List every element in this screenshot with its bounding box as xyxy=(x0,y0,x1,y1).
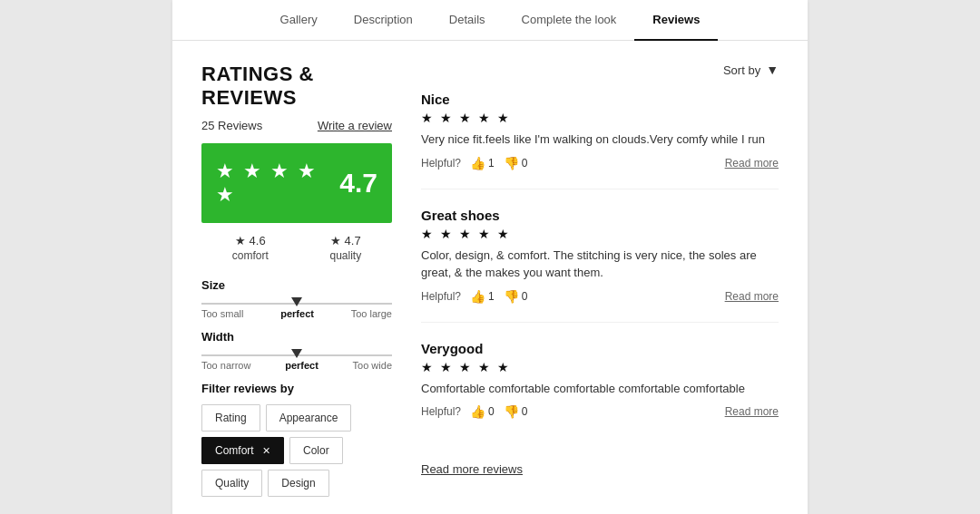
review-stars-1: ★ ★ ★ ★ ★ xyxy=(421,111,779,125)
review-count-row: 25 Reviews Write a review xyxy=(201,119,392,132)
thumbs-up-2[interactable]: 👍 1 xyxy=(470,289,495,304)
quality-label: quality xyxy=(329,249,361,262)
thumbs-down-3[interactable]: 👎 0 xyxy=(504,404,528,419)
thumbs-up-icon-1: 👍 xyxy=(470,156,485,170)
width-slider-labels: Too narrow perfect Too wide xyxy=(201,360,392,371)
right-panel: Sort by ▼ Nice ★ ★ ★ ★ ★ Very nice fit.f… xyxy=(421,63,779,497)
filter-color[interactable]: Color xyxy=(289,437,343,464)
rating-number-big: 4.7 xyxy=(339,168,377,199)
sort-label: Sort by xyxy=(723,63,760,77)
filter-comfort-label: Comfort xyxy=(215,444,254,457)
thumbs-up-icon-2: 👍 xyxy=(470,289,485,304)
thumbs-down-icon-1: 👎 xyxy=(504,156,519,170)
helpful-row-3: Helpful? 👍 0 👎 0 Read more xyxy=(421,404,779,419)
width-perfect: perfect xyxy=(285,360,318,371)
nav-description[interactable]: Description xyxy=(336,0,431,41)
helpful-label-1: Helpful? xyxy=(421,157,461,170)
width-too-narrow: Too narrow xyxy=(201,360,250,371)
size-slider-section: Size Too small perfect Too large xyxy=(201,278,392,319)
width-track-container xyxy=(201,354,392,356)
thumbs-up-count-3: 0 xyxy=(488,405,495,418)
read-more-3[interactable]: Read more xyxy=(725,405,779,418)
rating-box: ★ ★ ★ ★ ★ 4.7 xyxy=(201,143,392,223)
left-panel: RATINGS & REVIEWS 25 Reviews Write a rev… xyxy=(201,63,392,497)
comfort-label: comfort xyxy=(232,249,269,262)
ratings-title: RATINGS & REVIEWS xyxy=(201,63,392,110)
filter-title: Filter reviews by xyxy=(201,382,392,395)
review-count: 25 Reviews xyxy=(201,119,262,132)
write-review-link[interactable]: Write a review xyxy=(318,119,392,132)
thumbs-down-count-3: 0 xyxy=(522,405,528,418)
thumbs-down-icon-2: 👎 xyxy=(504,289,519,304)
helpful-left-3: Helpful? 👍 0 👎 0 xyxy=(421,404,527,419)
review-title-2: Great shoes xyxy=(421,208,779,223)
size-too-small: Too small xyxy=(201,308,243,319)
width-slider-section: Width Too narrow perfect Too wide xyxy=(201,330,392,371)
review-text-1: Very nice fit.feels like I'm walking on … xyxy=(421,131,779,149)
filter-section: Filter reviews by Rating Appearance Comf… xyxy=(201,382,392,497)
thumbs-up-3[interactable]: 👍 0 xyxy=(470,404,495,419)
review-stars-2: ★ ★ ★ ★ ★ xyxy=(421,227,779,241)
width-label: Width xyxy=(201,330,392,344)
size-track-container xyxy=(201,303,392,305)
helpful-row-2: Helpful? 👍 1 👎 0 Read more xyxy=(421,289,779,304)
thumbs-down-count-2: 0 xyxy=(522,290,528,303)
size-thumb xyxy=(291,297,302,306)
size-track xyxy=(201,303,392,305)
thumbs-down-1[interactable]: 👎 0 xyxy=(504,156,528,170)
filter-quality[interactable]: Quality xyxy=(201,470,262,497)
review-item-3: Verygood ★ ★ ★ ★ ★ Comfortable comfortab… xyxy=(421,341,779,438)
thumbs-down-2[interactable]: 👎 0 xyxy=(504,289,528,304)
nav-gallery[interactable]: Gallery xyxy=(262,0,336,41)
read-more-1[interactable]: Read more xyxy=(725,157,779,170)
thumbs-up-count-1: 1 xyxy=(488,157,495,170)
thumbs-down-count-1: 0 xyxy=(522,157,528,170)
nav-reviews[interactable]: Reviews xyxy=(634,0,718,41)
filter-comfort[interactable]: Comfort ✕ xyxy=(201,437,284,464)
thumbs-up-icon-3: 👍 xyxy=(470,404,485,419)
review-stars-3: ★ ★ ★ ★ ★ xyxy=(421,360,779,374)
nav-complete-the-look[interactable]: Complete the look xyxy=(504,0,635,41)
sort-chevron-icon[interactable]: ▼ xyxy=(766,63,779,77)
filter-buttons: Rating Appearance Comfort ✕ Color Qualit… xyxy=(201,404,392,497)
review-title-1: Nice xyxy=(421,92,779,107)
helpful-label-3: Helpful? xyxy=(421,405,461,418)
size-too-large: Too large xyxy=(351,308,392,319)
filter-rating[interactable]: Rating xyxy=(201,404,260,432)
thumbs-down-icon-3: 👎 xyxy=(504,404,519,419)
rating-stars-big: ★ ★ ★ ★ ★ xyxy=(216,160,332,207)
comfort-value: ★ 4.6 xyxy=(232,234,269,247)
filter-comfort-remove[interactable]: ✕ xyxy=(262,445,270,456)
review-title-3: Verygood xyxy=(421,341,779,356)
filter-appearance[interactable]: Appearance xyxy=(266,404,352,432)
thumbs-up-1[interactable]: 👍 1 xyxy=(470,156,495,170)
width-thumb xyxy=(291,349,302,358)
review-text-3: Comfortable comfortable comfortable comf… xyxy=(421,380,779,398)
thumbs-up-count-2: 1 xyxy=(488,290,495,303)
nav-details[interactable]: Details xyxy=(431,0,504,41)
review-text-2: Color, design, & comfort. The stitching … xyxy=(421,247,779,282)
size-perfect: perfect xyxy=(280,308,314,319)
review-item-1: Nice ★ ★ ★ ★ ★ Very nice fit.feels like … xyxy=(421,92,779,189)
review-item-2: Great shoes ★ ★ ★ ★ ★ Color, design, & c… xyxy=(421,208,779,323)
helpful-label-2: Helpful? xyxy=(421,290,461,303)
helpful-left-1: Helpful? 👍 1 👎 0 xyxy=(421,156,527,170)
filter-design[interactable]: Design xyxy=(268,470,328,497)
width-track xyxy=(201,354,392,356)
main-content: RATINGS & REVIEWS 25 Reviews Write a rev… xyxy=(172,41,808,514)
quality-value: ★ 4.7 xyxy=(329,234,361,247)
helpful-row-1: Helpful? 👍 1 👎 0 Read more xyxy=(421,156,779,170)
nav-bar: Gallery Description Details Complete the… xyxy=(172,0,808,41)
read-more-2[interactable]: Read more xyxy=(725,290,779,303)
width-too-wide: Too wide xyxy=(353,360,392,371)
read-more-reviews-link[interactable]: Read more reviews xyxy=(421,462,523,476)
sub-rating-comfort: ★ 4.6 comfort xyxy=(232,234,269,262)
size-slider-labels: Too small perfect Too large xyxy=(201,308,392,319)
sub-rating-quality: ★ 4.7 quality xyxy=(329,234,361,262)
sub-ratings: ★ 4.6 comfort ★ 4.7 quality xyxy=(201,234,392,262)
helpful-left-2: Helpful? 👍 1 👎 0 xyxy=(421,289,527,304)
size-label: Size xyxy=(201,278,392,292)
sort-row: Sort by ▼ xyxy=(421,63,779,77)
page-container: Gallery Description Details Complete the… xyxy=(172,0,808,514)
